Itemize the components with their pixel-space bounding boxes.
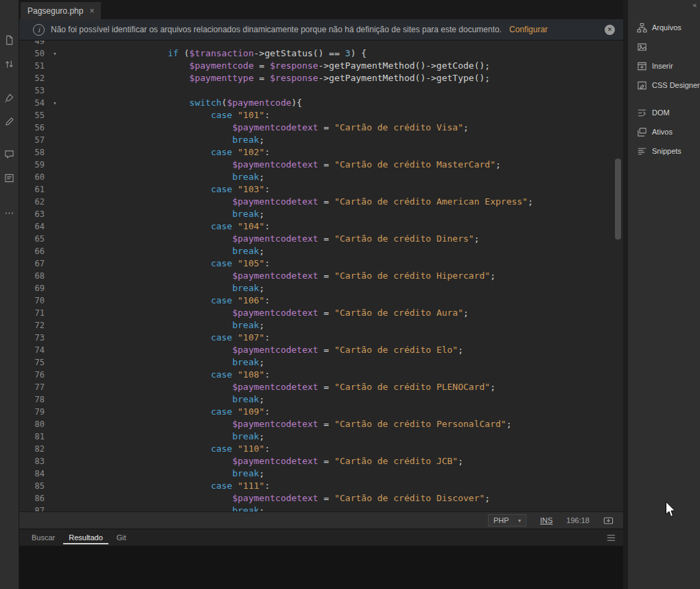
fold-arrow-icon[interactable]: ▾ (49, 47, 60, 60)
bottom-tabs-group: BuscarResultadoGit (26, 531, 132, 544)
code-line[interactable]: 75break; (19, 356, 623, 369)
image-icon (637, 42, 647, 52)
panel-item-inserir[interactable]: Inserir (628, 56, 700, 76)
line-number: 67 (19, 257, 49, 270)
code-line[interactable]: 65$paymentcodetext = "Cartão de crédito … (19, 233, 623, 245)
fold-column (49, 257, 60, 270)
code-line[interactable]: 56$paymentcodetext = "Cartão de crédito … (19, 122, 623, 134)
code-line[interactable]: 54▾switch($paymentcode){ (19, 97, 623, 109)
code-line[interactable]: 74$paymentcodetext = "Cartão de crédito … (19, 344, 623, 356)
collapse-panels-icon[interactable]: « (692, 1, 697, 9)
panel-item-snippets[interactable]: Snippets (628, 141, 700, 161)
code-line[interactable]: 58case "102": (19, 146, 623, 159)
fold-column (49, 146, 60, 159)
tab-buscar[interactable]: Buscar (26, 531, 60, 544)
code-text: break; (60, 319, 623, 332)
tab-git[interactable]: Git (111, 531, 132, 544)
tab-resultado[interactable]: Resultado (63, 531, 108, 544)
code-line[interactable]: 84break; (19, 467, 623, 480)
code-line[interactable]: 50▾if ($transaction->getStatus() == 3) { (19, 47, 623, 60)
code-line[interactable]: 49 (19, 41, 623, 47)
code-line[interactable]: 77$paymentcodetext = "Cartão de crédito … (19, 381, 623, 393)
left-toolbar (0, 0, 19, 589)
panel-item-css-designer[interactable]: CSS Designer (628, 76, 700, 95)
code-line[interactable]: 63break; (19, 208, 623, 220)
notification-close-icon[interactable]: ✕ (605, 25, 615, 35)
code-line[interactable]: 76case "108": (19, 369, 623, 381)
code-line[interactable]: 70case "106": (19, 294, 623, 307)
code-text: case "102": (60, 146, 623, 159)
code-line[interactable]: 57break; (19, 134, 623, 146)
code-line[interactable]: 52$paymenttype = $response->getPaymentMe… (19, 72, 623, 84)
dreamweaver-window: Pagseguro.php × i Não foi possível ident… (0, 0, 700, 589)
panel-item-image-icon[interactable] (628, 37, 700, 56)
code-line[interactable]: 60break; (19, 171, 623, 183)
code-line[interactable]: 87break; (19, 505, 623, 511)
line-number: 82 (19, 443, 49, 455)
line-number: 78 (19, 393, 49, 406)
panel-menu-icon[interactable] (606, 533, 616, 543)
panel-item-dom[interactable]: DOM (628, 103, 700, 122)
configurar-link[interactable]: Configurar (509, 25, 548, 34)
code-line[interactable]: 66break; (19, 245, 623, 257)
panel-item-label: Arquivos (652, 23, 681, 32)
fold-arrow-icon[interactable]: ▾ (49, 97, 60, 109)
panel-item-label: DOM (652, 108, 670, 117)
tab-label: Pagseguro.php (27, 6, 83, 16)
code-line[interactable]: 82case "110": (19, 443, 623, 455)
main-editor-column: Pagseguro.php × i Não foi possível ident… (19, 0, 623, 589)
code-editor[interactable]: 4950▾if ($transaction->getStatus() == 3)… (19, 41, 623, 511)
code-text: $paymenttype = $response->getPaymentMeth… (60, 72, 623, 84)
arrange-icon[interactable] (3, 57, 16, 71)
code-line[interactable]: 83$paymentcodetext = "Cartão de crédito … (19, 455, 623, 467)
tab-pagseguro-php[interactable]: Pagseguro.php × (21, 2, 101, 19)
code-line[interactable]: 62$paymentcodetext = "Cartão de crédito … (19, 196, 623, 208)
code-line[interactable]: 71$paymentcodetext = "Cartão de crédito … (19, 307, 623, 319)
bottom-panel-tabs: BuscarResultadoGit (19, 529, 623, 546)
comment-icon[interactable] (3, 147, 16, 161)
code-line[interactable]: 69break; (19, 282, 623, 294)
line-number: 54 (19, 97, 49, 109)
more-icon[interactable] (3, 206, 16, 220)
style-icon[interactable] (3, 91, 16, 104)
code-line[interactable]: 72break; (19, 319, 623, 332)
code-text: break; (60, 245, 623, 257)
code-line[interactable]: 61case "103": (19, 183, 623, 196)
live-preview-icon[interactable] (603, 516, 614, 526)
line-number: 56 (19, 122, 49, 134)
notification-bar: i Não foi possível identificar os arquiv… (19, 19, 623, 41)
code-text: $paymentcodetext = "Cartão de crédito Vi… (60, 122, 623, 134)
code-line[interactable]: 68$paymentcodetext = "Cartão de crédito … (19, 270, 623, 282)
code-text: $paymentcodetext = "Cartão de crédito Au… (60, 307, 623, 319)
insert-mode-indicator[interactable]: INS (540, 516, 552, 524)
code-line[interactable]: 80$paymentcodetext = "Cartão de crédito … (19, 418, 623, 430)
code-line[interactable]: 86$paymentcodetext = "Cartão de crédito … (19, 492, 623, 505)
line-number: 77 (19, 381, 49, 393)
code-text: if ($transaction->getStatus() == 3) { (60, 47, 623, 60)
code-line[interactable]: 67case "105": (19, 257, 623, 270)
file-icon[interactable] (3, 33, 16, 47)
language-selector[interactable]: PHP ▾ (488, 514, 526, 527)
code-line[interactable]: 55case "101": (19, 109, 623, 122)
line-number: 59 (19, 159, 49, 171)
code-line[interactable]: 64case "104": (19, 220, 623, 233)
code-line[interactable]: 53 (19, 84, 623, 97)
code-line[interactable]: 81break; (19, 430, 623, 443)
edit-icon[interactable] (3, 115, 16, 128)
editor-scrollbar-thumb[interactable] (615, 159, 621, 240)
code-line[interactable]: 51$paymentcode = $response->getPaymentMe… (19, 60, 623, 72)
code-line[interactable]: 78break; (19, 393, 623, 406)
code-line[interactable]: 85case "111": (19, 480, 623, 492)
code-text: $paymentcodetext = "Cartão de crédito Pe… (60, 418, 623, 430)
tab-close-icon[interactable]: × (89, 6, 94, 16)
fold-column (49, 72, 60, 84)
panel-item-ativos[interactable]: Ativos (628, 122, 700, 141)
line-number: 73 (19, 332, 49, 344)
panel-item-arquivos[interactable]: Arquivos (628, 18, 700, 37)
code-line[interactable]: 73case "107": (19, 332, 623, 344)
line-number: 57 (19, 134, 49, 146)
code-line[interactable]: 59$paymentcodetext = "Cartão de crédito … (19, 159, 623, 171)
code-line[interactable]: 79case "109": (19, 406, 623, 418)
line-number: 62 (19, 196, 49, 208)
review-icon[interactable] (3, 171, 16, 185)
